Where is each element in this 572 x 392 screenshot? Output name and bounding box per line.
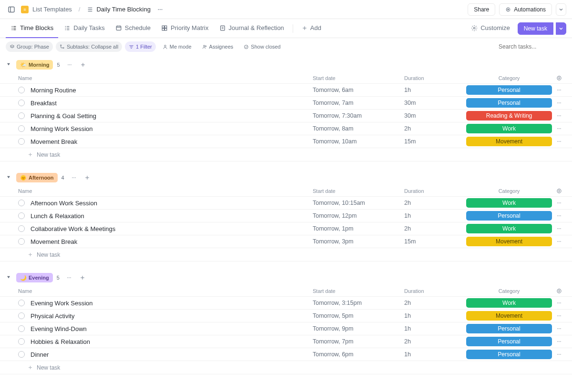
cell-start[interactable]: Tomorrow, 3pm bbox=[313, 238, 404, 245]
row-more-icon[interactable] bbox=[552, 339, 566, 344]
row-more-icon[interactable] bbox=[552, 326, 566, 332]
cell-duration[interactable]: 15m bbox=[404, 238, 466, 245]
task-name[interactable]: Morning Routine bbox=[31, 87, 313, 94]
status-dot-icon[interactable] bbox=[18, 225, 25, 232]
status-dot-icon[interactable] bbox=[18, 112, 25, 119]
col-category[interactable]: Category bbox=[466, 75, 552, 81]
cell-duration[interactable]: 1h bbox=[404, 312, 466, 319]
task-name[interactable]: Lunch & Relaxation bbox=[31, 212, 313, 220]
cell-start[interactable]: Tomorrow, 1pm bbox=[313, 225, 404, 232]
add-column-icon[interactable] bbox=[552, 288, 566, 294]
customize-button[interactable]: Customize bbox=[466, 24, 514, 32]
cell-start[interactable]: Tomorrow, 6pm bbox=[313, 351, 404, 358]
status-dot-icon[interactable] bbox=[18, 312, 25, 319]
group-add-icon[interactable] bbox=[77, 272, 88, 283]
cell-start[interactable]: Tomorrow, 3:15pm bbox=[313, 300, 404, 306]
cell-start[interactable]: Tomorrow, 5pm bbox=[313, 312, 404, 319]
group-caret-icon[interactable] bbox=[6, 174, 12, 181]
cell-duration[interactable]: 15m bbox=[404, 138, 466, 145]
subtasks-chip[interactable]: Subtasks: Collapse all bbox=[56, 41, 122, 52]
status-dot-icon[interactable] bbox=[18, 351, 25, 358]
row-more-icon[interactable] bbox=[552, 87, 566, 93]
table-row[interactable]: Physical ActivityTomorrow, 5pm1hMovement bbox=[0, 310, 572, 322]
new-task-row[interactable]: New task bbox=[0, 361, 572, 374]
cell-duration[interactable]: 2h bbox=[404, 200, 466, 206]
col-category[interactable]: Category bbox=[466, 288, 552, 294]
table-row[interactable]: Evening Wind-DownTomorrow, 9pm1hPersonal bbox=[0, 322, 572, 335]
page-title[interactable]: Daily Time Blocking bbox=[87, 6, 150, 13]
row-more-icon[interactable] bbox=[552, 200, 566, 206]
table-row[interactable]: Afternoon Work SessionTomorrow, 10:15am2… bbox=[0, 197, 572, 210]
category-pill[interactable]: Movement bbox=[466, 311, 552, 321]
col-duration[interactable]: Duration bbox=[404, 288, 466, 294]
status-dot-icon[interactable] bbox=[18, 300, 25, 306]
category-pill[interactable]: Personal bbox=[466, 98, 552, 108]
add-view[interactable]: Add bbox=[297, 19, 326, 38]
group-badge[interactable]: 🌤️Morning bbox=[16, 60, 53, 70]
col-start[interactable]: Start date bbox=[313, 288, 404, 294]
table-row[interactable]: Movement BreakTomorrow, 10am15mMovement bbox=[0, 135, 572, 148]
row-more-icon[interactable] bbox=[552, 139, 566, 144]
share-button[interactable]: Share bbox=[468, 3, 495, 16]
group-more-icon[interactable] bbox=[63, 272, 75, 283]
col-name[interactable]: Name bbox=[18, 288, 313, 294]
task-name[interactable]: Breakfast bbox=[31, 100, 313, 107]
more-icon[interactable] bbox=[154, 4, 166, 15]
search-input[interactable] bbox=[495, 41, 566, 52]
cell-duration[interactable]: 2h bbox=[404, 338, 466, 345]
category-pill[interactable]: Personal bbox=[466, 211, 552, 221]
col-name[interactable]: Name bbox=[18, 75, 313, 81]
group-badge[interactable]: 🌞Afternoon bbox=[16, 173, 58, 182]
col-duration[interactable]: Duration bbox=[404, 75, 466, 81]
task-name[interactable]: Physical Activity bbox=[31, 312, 313, 320]
cell-start[interactable]: Tomorrow, 6am bbox=[313, 87, 404, 93]
category-pill[interactable]: Work bbox=[466, 198, 552, 208]
task-name[interactable]: Afternoon Work Session bbox=[31, 200, 313, 207]
group-badge[interactable]: 🌙Evening bbox=[16, 273, 53, 282]
table-row[interactable]: Planning & Goal SettingTomorrow, 7:30am3… bbox=[0, 110, 572, 122]
add-column-icon[interactable] bbox=[552, 188, 566, 194]
category-pill[interactable]: Work bbox=[466, 224, 552, 233]
col-start[interactable]: Start date bbox=[313, 75, 404, 81]
category-pill[interactable]: Personal bbox=[466, 350, 552, 359]
cell-start[interactable]: Tomorrow, 10:15am bbox=[313, 200, 404, 206]
automations-button[interactable]: Automations bbox=[499, 3, 552, 16]
cell-start[interactable]: Tomorrow, 7pm bbox=[313, 338, 404, 345]
sidebar-toggle-icon[interactable] bbox=[6, 4, 17, 15]
group-more-icon[interactable] bbox=[68, 172, 80, 183]
status-dot-icon[interactable] bbox=[18, 212, 25, 219]
breadcrumb-parent[interactable]: List Templates bbox=[32, 6, 72, 13]
group-add-icon[interactable] bbox=[82, 172, 93, 183]
table-row[interactable]: Morning RoutineTomorrow, 6am1hPersonal bbox=[0, 84, 572, 97]
category-pill[interactable]: Personal bbox=[466, 324, 552, 333]
category-pill[interactable]: Work bbox=[466, 298, 552, 308]
tab-schedule[interactable]: Schedule bbox=[111, 19, 155, 38]
row-more-icon[interactable] bbox=[552, 239, 566, 244]
add-column-icon[interactable] bbox=[552, 75, 566, 81]
table-row[interactable]: Evening Work SessionTomorrow, 3:15pm2hWo… bbox=[0, 297, 572, 310]
task-name[interactable]: Collaborative Work & Meetings bbox=[31, 225, 313, 232]
status-dot-icon[interactable] bbox=[18, 325, 25, 332]
category-pill[interactable]: Movement bbox=[466, 237, 552, 246]
row-more-icon[interactable] bbox=[552, 313, 566, 319]
cell-duration[interactable]: 2h bbox=[404, 300, 466, 306]
cell-duration[interactable]: 1h bbox=[404, 325, 466, 332]
col-name[interactable]: Name bbox=[18, 188, 313, 194]
show-closed-chip[interactable]: Show closed bbox=[240, 41, 284, 52]
row-more-icon[interactable] bbox=[552, 213, 566, 219]
cell-duration[interactable]: 1h bbox=[404, 351, 466, 358]
task-name[interactable]: Evening Wind-Down bbox=[31, 325, 313, 332]
cell-start[interactable]: Tomorrow, 10am bbox=[313, 138, 404, 145]
assignees-chip[interactable]: Assignees bbox=[198, 41, 237, 52]
category-pill[interactable]: Personal bbox=[466, 337, 552, 346]
tab-time-blocks[interactable]: Time Blocks bbox=[6, 19, 58, 38]
status-dot-icon[interactable] bbox=[18, 238, 25, 245]
col-category[interactable]: Category bbox=[466, 188, 552, 194]
task-name[interactable]: Dinner bbox=[31, 351, 313, 358]
row-more-icon[interactable] bbox=[552, 352, 566, 357]
group-chip[interactable]: Group: Phase bbox=[6, 41, 53, 52]
cell-duration[interactable]: 2h bbox=[404, 125, 466, 132]
status-dot-icon[interactable] bbox=[18, 138, 25, 145]
tab-daily-tasks[interactable]: Daily Tasks bbox=[59, 19, 110, 38]
cell-duration[interactable]: 1h bbox=[404, 212, 466, 219]
